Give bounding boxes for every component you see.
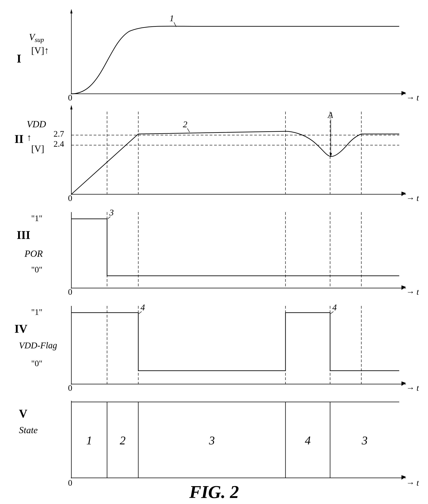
panel-I: Vsup [V]↑ I 0 → t 1 — [17, 9, 419, 102]
panel-III-roman: III — [17, 229, 30, 241]
panel-III-signal — [71, 219, 399, 276]
panel-IV-roman: IV — [15, 323, 27, 335]
panel-III-label3: 3 — [109, 207, 114, 217]
panel-II-roman: II — [15, 133, 24, 145]
panel-IV-0-label: "0" — [31, 359, 42, 368]
panel-III-xarrow — [402, 285, 406, 290]
panel-II-curve-label: 2 — [183, 119, 187, 129]
panel-I-xarrow — [402, 91, 406, 95]
panel-II: VDD ↑ [V] II 0 → t 2.7 2.4 — [15, 105, 419, 203]
panel-II-2v7-label: 2.7 — [54, 129, 64, 138]
panel-II-vdd-label: VDD — [27, 119, 46, 129]
panel-I-roman: I — [17, 52, 21, 65]
panel-III: "1" III POR "0" 0 → t 3 — [17, 207, 419, 297]
panel-IV: "1" IV VDD-Flag "0" 0 → t 4 4 — [15, 302, 419, 393]
panel-I-unit: [V]↑ — [31, 45, 49, 56]
panel-V-state-label: State — [19, 425, 38, 435]
panel-V-state3-second: 3 — [362, 434, 368, 447]
panel-IV-label4-second: 4 — [332, 302, 337, 312]
page: Vsup [V]↑ I 0 → t 1 — [0, 0, 428, 504]
panel-II-2v4-label: 2.4 — [54, 139, 64, 148]
panel-I-origin: 0 — [68, 93, 72, 102]
panel-III-label3-arrow — [108, 217, 110, 219]
panel-II-yarrow — [70, 105, 73, 109]
panel-IV-origin: 0 — [68, 383, 72, 393]
panel-IV-vddflag-label: VDD-Flag — [19, 340, 57, 350]
panel-V-state1: 1 — [86, 434, 92, 447]
panel-IV-tlabel: → t — [406, 383, 419, 393]
panel-IV-1-label: "1" — [31, 307, 42, 317]
panel-II-tlabel: → t — [406, 193, 419, 203]
panel-II-unit: [V] — [31, 144, 44, 154]
panel-III-por-label: POR — [24, 248, 43, 259]
panel-III-1-label: "1" — [31, 214, 42, 223]
panel-II-curve — [71, 131, 399, 194]
panel-V-xarrow — [402, 475, 406, 480]
panel-V-roman: V — [19, 407, 27, 420]
panel-III-tlabel: → t — [406, 287, 419, 297]
panel-V: V State 0 → t 1 2 3 — [19, 401, 419, 487]
panel-IV-label4-first-arrow — [139, 312, 142, 314]
panel-II-origin: 0 — [68, 193, 72, 203]
panel-I-curve-label: 1 — [170, 13, 174, 23]
panel-V-state3-first: 3 — [209, 434, 215, 447]
panel-I-tlabel: → t — [406, 93, 419, 102]
panel-V-state2: 2 — [120, 434, 126, 447]
panel-I-yarrow — [70, 9, 73, 13]
panel-II-xarrow — [402, 192, 406, 196]
panel-IV-xarrow — [402, 381, 406, 386]
panel-V-tlabel: → t — [406, 478, 419, 487]
panel-III-0-label: "0" — [31, 265, 42, 274]
panel-II-curve-arrow — [187, 128, 189, 132]
panel-II-A-label: A — [327, 110, 333, 120]
panel-IV-label4-second-arrow — [330, 312, 333, 314]
panel-V-origin: 0 — [68, 478, 72, 487]
panel-II-up-label: ↑ — [27, 132, 32, 143]
panel-I-label: Vsup — [29, 32, 44, 43]
panel-III-origin: 0 — [68, 287, 72, 297]
panel-IV-signal — [71, 313, 399, 371]
diagram-svg: Vsup [V]↑ I 0 → t 1 — [0, 0, 428, 504]
panel-I-curve — [71, 26, 399, 94]
figure-title: FIG. 2 — [189, 482, 239, 502]
panel-IV-label4-first: 4 — [140, 302, 145, 312]
panel-V-state4: 4 — [305, 434, 311, 447]
